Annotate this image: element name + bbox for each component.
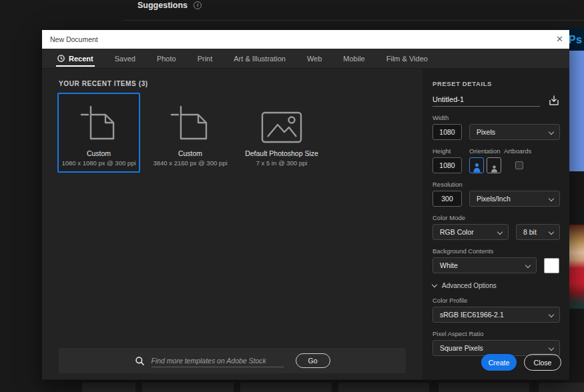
chevron-down-icon bbox=[525, 263, 531, 268]
background-card bbox=[240, 383, 332, 392]
width-unit-value: Pixels bbox=[477, 128, 495, 136]
clock-icon bbox=[57, 55, 65, 62]
recent-card-default-size[interactable]: Default Photoshop Size 7 x 5 in @ 300 pp… bbox=[240, 93, 323, 173]
tab-recent[interactable]: Recent bbox=[56, 49, 95, 68]
preset-details-panel: PRESET DETAILS Untitled-1 Width Pixels H… bbox=[422, 69, 569, 379]
resolution-label: Resolution bbox=[432, 181, 560, 188]
card-title: Default Photoshop Size bbox=[245, 149, 318, 157]
card-subtitle: 1080 x 1080 px @ 300 ppi bbox=[61, 159, 135, 167]
color-mode-value: RGB Color bbox=[440, 228, 474, 236]
chevron-down-icon bbox=[549, 312, 554, 317]
landscape-person-icon bbox=[490, 165, 499, 173]
new-document-dialog: New Document ✕ Recent Saved Photo Print … bbox=[42, 30, 569, 380]
advanced-options-label: Advanced Options bbox=[442, 282, 497, 289]
color-profile-label: Color Profile bbox=[432, 297, 560, 304]
color-profile-value: sRGB IEC61966-2.1 bbox=[440, 311, 504, 319]
bit-depth-select[interactable]: 8 bit bbox=[516, 224, 560, 240]
image-icon bbox=[261, 111, 302, 143]
width-label: Width bbox=[432, 114, 560, 121]
resolution-input[interactable] bbox=[432, 191, 462, 207]
artboards-checkbox[interactable] bbox=[515, 161, 523, 169]
tab-print-label: Print bbox=[198, 55, 213, 63]
tab-mobile-label: Mobile bbox=[343, 55, 364, 63]
advanced-options-toggle[interactable]: Advanced Options bbox=[432, 282, 560, 289]
tab-mobile[interactable]: Mobile bbox=[342, 49, 366, 68]
background-contents-label: Background Contents bbox=[432, 247, 560, 255]
chevron-down-icon bbox=[549, 196, 554, 201]
document-name-field[interactable]: Untitled-1 bbox=[432, 95, 540, 107]
close-button[interactable]: Close bbox=[524, 354, 561, 371]
recent-cards: Custom 1080 x 1080 px @ 300 ppi Custom 3… bbox=[57, 93, 323, 173]
tab-film-video-label: Film & Video bbox=[386, 55, 428, 63]
tab-photo-label: Photo bbox=[157, 55, 176, 63]
tab-saved-label: Saved bbox=[115, 55, 135, 63]
category-tabbar: Recent Saved Photo Print Art & Illustrat… bbox=[42, 49, 569, 69]
recent-items-panel: YOUR RECENT ITEMS (3) Custom 1080 x 1080… bbox=[42, 69, 422, 379]
chevron-down-icon bbox=[549, 345, 554, 351]
background-card bbox=[338, 383, 429, 392]
background-color-swatch[interactable] bbox=[544, 258, 559, 273]
stock-search-input[interactable] bbox=[152, 354, 284, 367]
portrait-person-icon bbox=[473, 162, 481, 173]
recent-section-title: YOUR RECENT ITEMS (3) bbox=[59, 80, 148, 87]
create-button[interactable]: Create bbox=[481, 354, 517, 371]
color-profile-select[interactable]: sRGB IEC61966-2.1 bbox=[432, 307, 560, 323]
pixel-aspect-ratio-value: Square Pixels bbox=[440, 344, 483, 352]
preset-details-heading: PRESET DETAILS bbox=[432, 80, 560, 87]
background-card bbox=[439, 383, 529, 392]
height-label: Height bbox=[432, 147, 469, 155]
save-preset-icon[interactable] bbox=[548, 95, 560, 107]
tab-saved[interactable]: Saved bbox=[113, 49, 137, 68]
dialog-title: New Document bbox=[50, 35, 98, 43]
orientation-label: Orientation bbox=[469, 147, 504, 155]
tab-recent-label: Recent bbox=[69, 55, 93, 63]
height-input[interactable] bbox=[432, 157, 462, 173]
new-document-icon bbox=[79, 105, 118, 143]
background-card bbox=[539, 383, 584, 392]
card-subtitle: 3840 x 2160 px @ 300 ppi bbox=[153, 159, 227, 167]
tab-photo[interactable]: Photo bbox=[156, 49, 178, 68]
chevron-down-icon bbox=[549, 229, 554, 235]
orientation-landscape-button[interactable] bbox=[487, 157, 501, 173]
tab-web-label: Web bbox=[307, 55, 322, 63]
width-input[interactable] bbox=[432, 124, 462, 140]
card-title: Custom bbox=[87, 149, 111, 157]
orientation-portrait-button[interactable] bbox=[469, 157, 484, 173]
chevron-down-icon bbox=[432, 282, 437, 287]
dialog-titlebar: New Document ✕ bbox=[42, 30, 569, 49]
recent-card-custom-3840[interactable]: Custom 3840 x 2160 px @ 300 ppi bbox=[149, 93, 232, 173]
card-title: Custom bbox=[178, 149, 202, 157]
adobe-stock-searchbar: Go bbox=[59, 348, 406, 373]
tab-film-video[interactable]: Film & Video bbox=[385, 49, 429, 68]
bit-depth-value: 8 bit bbox=[523, 228, 537, 236]
chevron-down-icon bbox=[497, 229, 503, 235]
tab-web[interactable]: Web bbox=[306, 49, 323, 68]
recent-card-custom-1080[interactable]: Custom 1080 x 1080 px @ 300 ppi bbox=[57, 93, 140, 173]
info-icon[interactable]: i bbox=[194, 1, 202, 9]
resolution-unit-select[interactable]: Pixels/Inch bbox=[469, 191, 560, 207]
width-unit-select[interactable]: Pixels bbox=[469, 124, 560, 140]
suggestions-heading-label: Suggestions bbox=[137, 1, 188, 10]
background-card bbox=[82, 383, 135, 392]
artboards-label: Artboards bbox=[504, 147, 531, 155]
color-mode-label: Color Mode bbox=[432, 214, 560, 221]
background-contents-value: White bbox=[440, 261, 458, 269]
tab-art-illustration-label: Art & Illustration bbox=[234, 55, 286, 63]
pixel-aspect-ratio-label: Pixel Aspect Ratio bbox=[432, 330, 560, 337]
color-mode-select[interactable]: RGB Color bbox=[432, 224, 509, 240]
search-icon bbox=[135, 356, 145, 366]
dialog-close-icon[interactable]: ✕ bbox=[556, 34, 563, 45]
tab-print[interactable]: Print bbox=[196, 49, 214, 68]
suggestions-heading: Suggestions i bbox=[137, 0, 202, 11]
background-contents-select[interactable]: White bbox=[432, 257, 537, 273]
new-document-icon bbox=[170, 105, 211, 143]
background-card-row bbox=[0, 383, 584, 392]
tab-art-illustration[interactable]: Art & Illustration bbox=[232, 49, 287, 68]
background-photo bbox=[568, 225, 584, 309]
stock-banner-strip bbox=[569, 30, 584, 171]
page-divider bbox=[123, 20, 584, 21]
go-button[interactable]: Go bbox=[296, 353, 330, 368]
chevron-down-icon bbox=[549, 129, 554, 135]
background-card bbox=[142, 383, 234, 392]
card-subtitle: 7 x 5 in @ 300 ppi bbox=[256, 159, 308, 167]
